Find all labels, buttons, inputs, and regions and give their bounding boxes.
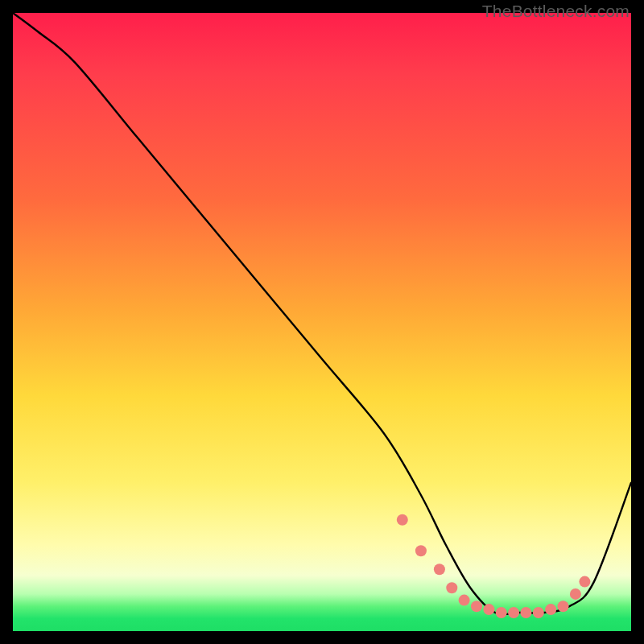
chart-svg xyxy=(13,13,631,631)
marker-dot xyxy=(579,576,590,588)
marker-dot xyxy=(415,545,427,556)
marker-dot xyxy=(533,607,544,618)
marker-dot xyxy=(508,607,519,618)
marker-dot xyxy=(545,604,556,615)
marker-dot xyxy=(558,601,569,612)
marker-dot xyxy=(471,601,482,612)
marker-dot xyxy=(434,564,445,575)
marker-dot xyxy=(446,582,457,593)
marker-dot xyxy=(496,607,507,618)
curve-line xyxy=(13,13,631,614)
curve-markers xyxy=(397,514,591,618)
marker-dot xyxy=(483,604,494,615)
marker-dot xyxy=(459,595,470,606)
marker-dot xyxy=(570,588,581,600)
marker-dot xyxy=(520,607,531,618)
marker-dot xyxy=(397,514,408,526)
